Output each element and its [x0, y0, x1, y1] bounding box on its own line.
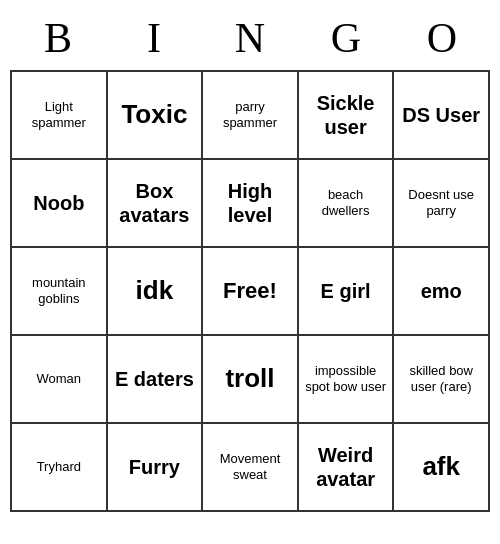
bingo-cell: Toxic [108, 72, 204, 160]
title-letter: N [210, 14, 290, 62]
bingo-cell: Furry [108, 424, 204, 512]
title-letter: O [402, 14, 482, 62]
bingo-cell: skilled bow user (rare) [394, 336, 490, 424]
bingo-grid: Light spammerToxicparry spammerSickle us… [10, 70, 490, 512]
bingo-cell: Free! [203, 248, 299, 336]
bingo-cell: Box avatars [108, 160, 204, 248]
bingo-cell: beach dwellers [299, 160, 395, 248]
title-letter: G [306, 14, 386, 62]
bingo-title: BINGO [10, 10, 490, 70]
bingo-cell: Doesnt use parry [394, 160, 490, 248]
title-letter: I [114, 14, 194, 62]
bingo-cell: Light spammer [12, 72, 108, 160]
bingo-cell: Noob [12, 160, 108, 248]
bingo-cell: High level [203, 160, 299, 248]
bingo-cell: emo [394, 248, 490, 336]
bingo-cell: mountain goblins [12, 248, 108, 336]
bingo-cell: Sickle user [299, 72, 395, 160]
bingo-card: BINGO Light spammerToxicparry spammerSic… [10, 10, 490, 512]
bingo-cell: Tryhard [12, 424, 108, 512]
title-letter: B [18, 14, 98, 62]
bingo-cell: Woman [12, 336, 108, 424]
bingo-cell: E girl [299, 248, 395, 336]
bingo-cell: impossible spot bow user [299, 336, 395, 424]
bingo-cell: parry spammer [203, 72, 299, 160]
bingo-cell: afk [394, 424, 490, 512]
bingo-cell: DS User [394, 72, 490, 160]
bingo-cell: Weird avatar [299, 424, 395, 512]
bingo-cell: E daters [108, 336, 204, 424]
bingo-cell: idk [108, 248, 204, 336]
bingo-cell: troll [203, 336, 299, 424]
bingo-cell: Movement sweat [203, 424, 299, 512]
